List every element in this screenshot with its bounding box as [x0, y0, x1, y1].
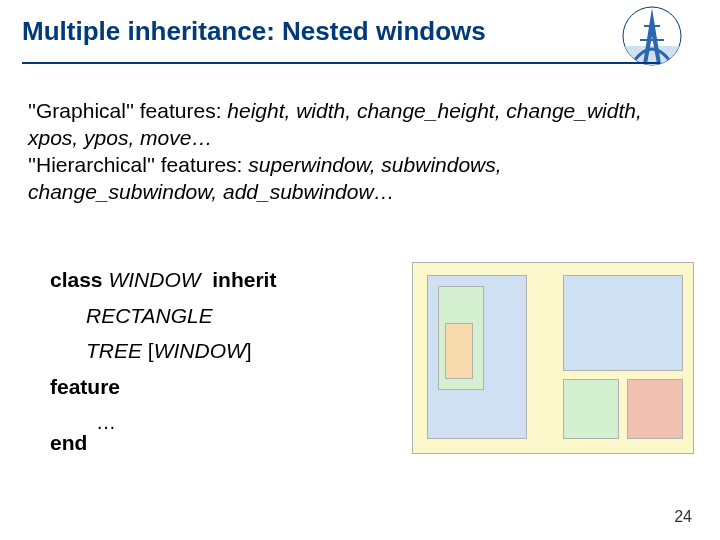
- body-text: ''Graphical'' features: height, width, c…: [28, 98, 668, 206]
- kw-end: end: [50, 431, 87, 454]
- bracket-close: ]: [246, 339, 252, 362]
- kw-inherit: inherit: [212, 268, 276, 291]
- graphical-label: ''Graphical'' features:: [28, 99, 221, 122]
- cls-tree: TREE: [86, 339, 142, 362]
- code-block: class WINDOW inherit RECTANGLE TREE [WIN…: [50, 262, 276, 460]
- cls-window-2: WINDOW: [154, 339, 246, 362]
- cls-window: WINDOW: [108, 268, 200, 291]
- window-diagram: [412, 262, 694, 454]
- hierarchical-label: ''Hierarchical'' features:: [28, 153, 242, 176]
- page-number: 24: [674, 508, 692, 526]
- eiffel-logo: [622, 6, 682, 66]
- page-title: Multiple inheritance: Nested windows: [22, 16, 486, 47]
- window-orange: [445, 323, 473, 379]
- kw-class: class: [50, 268, 103, 291]
- kw-feature: feature: [50, 375, 120, 398]
- window-green-2: [563, 379, 619, 439]
- window-blue-2: [563, 275, 683, 371]
- window-salmon: [627, 379, 683, 439]
- title-underline: [22, 62, 660, 64]
- cls-rectangle: RECTANGLE: [86, 304, 213, 327]
- window-green: [438, 286, 484, 390]
- window-blue-1: [427, 275, 527, 439]
